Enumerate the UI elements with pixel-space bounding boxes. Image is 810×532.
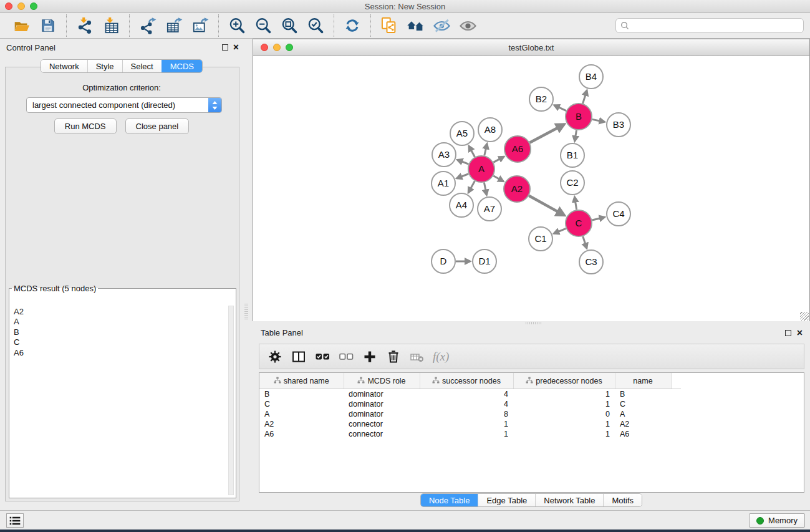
deselect-all-button[interactable] bbox=[337, 347, 355, 366]
search-input[interactable] bbox=[615, 18, 804, 33]
result-scrollbar[interactable] bbox=[228, 306, 234, 495]
table-row[interactable]: Adominator80A bbox=[259, 409, 681, 419]
tab-mcds[interactable]: MCDS bbox=[162, 60, 202, 72]
zoom-fit-button[interactable] bbox=[279, 16, 300, 36]
graph-edge-A-A4[interactable] bbox=[468, 181, 475, 193]
import-network-button[interactable] bbox=[74, 16, 95, 36]
mcds-result-item[interactable]: B bbox=[14, 327, 228, 337]
column-header-MCDS-role[interactable]: MCDS role bbox=[344, 373, 420, 389]
graph-edge-B-B3[interactable] bbox=[592, 119, 605, 122]
graph-edge-B-B1[interactable] bbox=[575, 130, 577, 142]
network-canvas[interactable]: B4B2BB3A8A5A6A3B1AA1C2A2A4A7C4CC1C3DD1 bbox=[253, 56, 809, 321]
show-all-button[interactable] bbox=[457, 16, 478, 36]
graph-edge-A-A8[interactable] bbox=[485, 143, 487, 155]
zoom-window-button[interactable] bbox=[30, 2, 37, 10]
table-row[interactable]: Bdominator41B bbox=[259, 389, 681, 400]
column-header-predecessor-nodes[interactable]: predecessor nodes bbox=[513, 373, 615, 389]
mcds-result-item[interactable]: C bbox=[14, 337, 228, 347]
graph-edge-A6-B[interactable] bbox=[529, 124, 564, 142]
open-session-button[interactable] bbox=[11, 16, 32, 36]
resize-grip-icon[interactable] bbox=[800, 312, 809, 321]
close-network-button[interactable] bbox=[261, 44, 268, 51]
import-table-button[interactable] bbox=[100, 16, 122, 36]
graph-node-C3[interactable]: C3 bbox=[579, 250, 603, 274]
column-header-name[interactable]: name bbox=[615, 373, 671, 389]
graph-edge-C-C4[interactable] bbox=[592, 217, 604, 220]
graph-edge-A-A1[interactable] bbox=[457, 174, 469, 178]
zoom-out-button[interactable] bbox=[253, 16, 274, 36]
table-tab-node-table[interactable]: Node Table bbox=[421, 494, 478, 506]
graph-node-A6[interactable]: A6 bbox=[504, 136, 531, 162]
graph-node-A4[interactable]: A4 bbox=[450, 193, 473, 217]
close-panel-icon[interactable]: × bbox=[233, 42, 239, 53]
close-panel-button[interactable]: Close panel bbox=[125, 118, 190, 134]
graph-edge-C-C3[interactable] bbox=[583, 236, 587, 248]
minimize-network-button[interactable] bbox=[273, 44, 281, 51]
export-image-button[interactable] bbox=[190, 16, 211, 36]
graph-edge-C-C1[interactable] bbox=[554, 228, 566, 233]
function-builder-button[interactable]: f(x) bbox=[433, 350, 449, 364]
hide-selected-button[interactable] bbox=[431, 16, 452, 36]
column-header-successor-nodes[interactable]: successor nodes bbox=[420, 373, 513, 389]
export-network-button[interactable] bbox=[137, 16, 158, 36]
apply-layout-button[interactable] bbox=[342, 16, 363, 36]
float-table-panel-button[interactable] bbox=[785, 330, 791, 336]
task-history-button[interactable] bbox=[6, 513, 24, 528]
graph-edge-A-A2[interactable] bbox=[493, 176, 503, 181]
table-tab-motifs[interactable]: Motifs bbox=[603, 494, 642, 506]
graph-node-B[interactable]: B bbox=[566, 104, 592, 130]
mcds-result-item[interactable]: A2 bbox=[14, 307, 228, 317]
graph-node-A7[interactable]: A7 bbox=[478, 197, 501, 221]
graph-node-C1[interactable]: C1 bbox=[529, 227, 552, 251]
graph-node-C[interactable]: C bbox=[566, 210, 592, 236]
select-all-button[interactable] bbox=[314, 347, 331, 366]
export-table-button[interactable] bbox=[163, 16, 185, 36]
graph-edge-A-A5[interactable] bbox=[469, 146, 475, 157]
zoom-selected-button[interactable] bbox=[305, 16, 326, 36]
tab-style[interactable]: Style bbox=[87, 60, 122, 72]
table-row[interactable]: Cdominator41C bbox=[259, 399, 681, 409]
table-row[interactable]: A6connector11A6 bbox=[259, 429, 681, 439]
add-column-button[interactable] bbox=[361, 347, 378, 366]
close-window-button[interactable] bbox=[5, 2, 12, 10]
run-mcds-button[interactable]: Run MCDS bbox=[54, 118, 117, 134]
graph-node-A1[interactable]: A1 bbox=[432, 172, 455, 195]
float-panel-button[interactable] bbox=[222, 44, 228, 51]
delete-column-button[interactable] bbox=[385, 347, 402, 366]
graph-edge-C-C2[interactable] bbox=[574, 197, 576, 210]
save-session-button[interactable] bbox=[37, 16, 59, 36]
column-header-shared-name[interactable]: shared name bbox=[259, 373, 344, 389]
optimization-dropdown[interactable]: largest connected component (directed) bbox=[26, 97, 222, 113]
graph-node-B2[interactable]: B2 bbox=[529, 87, 553, 111]
table-tab-network-table[interactable]: Network Table bbox=[535, 494, 603, 506]
close-table-panel-icon[interactable]: × bbox=[797, 327, 803, 339]
tab-network[interactable]: Network bbox=[41, 60, 87, 72]
graph-node-B1[interactable]: B1 bbox=[561, 143, 584, 167]
table-row[interactable]: A2connector11A2 bbox=[259, 419, 681, 429]
graph-edge-A-A7[interactable] bbox=[484, 183, 486, 195]
memory-button[interactable]: Memory bbox=[749, 513, 805, 528]
network-from-selection-button[interactable] bbox=[378, 16, 400, 36]
graph-node-A8[interactable]: A8 bbox=[478, 118, 502, 142]
table-settings-button[interactable] bbox=[266, 347, 284, 366]
mcds-result-item[interactable]: A6 bbox=[14, 348, 228, 358]
graph-node-C2[interactable]: C2 bbox=[561, 171, 584, 195]
graph-edge-A-A6[interactable] bbox=[493, 157, 504, 162]
graph-node-A5[interactable]: A5 bbox=[450, 122, 474, 145]
graph-edge-B-B4[interactable] bbox=[583, 90, 587, 104]
graph-edge-A-A3[interactable] bbox=[457, 160, 468, 164]
graph-node-A2[interactable]: A2 bbox=[504, 176, 530, 202]
first-neighbors-button[interactable] bbox=[405, 16, 426, 36]
graph-node-D1[interactable]: D1 bbox=[473, 249, 496, 273]
graph-edge-B-B2[interactable] bbox=[554, 105, 566, 111]
mcds-result-item[interactable]: A bbox=[14, 317, 228, 327]
graph-edge-A2-C[interactable] bbox=[529, 196, 564, 215]
graph-node-D[interactable]: D bbox=[432, 249, 455, 273]
zoom-network-button[interactable] bbox=[286, 44, 293, 51]
vertical-splitter[interactable] bbox=[244, 304, 248, 320]
graph-node-A3[interactable]: A3 bbox=[432, 143, 456, 167]
graph-node-B3[interactable]: B3 bbox=[607, 113, 630, 137]
graph-node-B4[interactable]: B4 bbox=[579, 65, 603, 89]
minimize-window-button[interactable] bbox=[17, 2, 25, 10]
tab-select[interactable]: Select bbox=[122, 60, 162, 72]
